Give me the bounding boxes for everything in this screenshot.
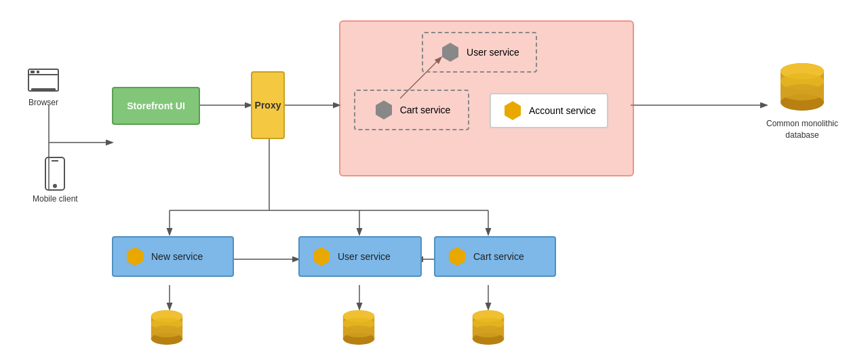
svg-rect-22 <box>37 71 39 73</box>
cart-service-bottom-node: Cart service <box>434 236 556 277</box>
new-service-label: New service <box>151 251 203 262</box>
cart-service-dashed-box: Cart service <box>354 90 469 130</box>
svg-rect-23 <box>31 88 56 91</box>
storefront-node: Storefront UI <box>112 87 200 125</box>
cart-service-db <box>471 309 506 348</box>
new-service-db <box>149 309 184 348</box>
architecture-diagram: Browser Mobile client Storefront UI Prox… <box>0 0 868 359</box>
proxy-node: Proxy <box>251 71 285 139</box>
user-service-db <box>341 309 376 348</box>
browser-icon <box>27 68 60 95</box>
main-db-node: Common monolithic database <box>766 61 838 141</box>
svg-marker-37 <box>313 247 330 266</box>
svg-rect-21 <box>31 71 35 73</box>
browser-node: Browser <box>27 68 60 107</box>
svg-point-44 <box>151 326 182 337</box>
account-service-box: Account service <box>490 93 608 128</box>
main-db-label: Common monolithic database <box>766 118 838 141</box>
user-service-bottom-node: User service <box>298 236 422 277</box>
svg-point-50 <box>343 326 374 337</box>
cart-service-bottom-label: Cart service <box>473 251 524 262</box>
new-service-hex-icon <box>124 246 146 267</box>
mobile-node: Mobile client <box>33 156 78 204</box>
svg-point-35 <box>781 84 824 100</box>
account-service-hex-icon <box>502 100 524 121</box>
user-service-top-label: User service <box>467 47 519 58</box>
svg-marker-36 <box>127 247 143 266</box>
svg-point-25 <box>53 184 57 188</box>
mobile-icon <box>44 156 66 191</box>
svg-point-56 <box>473 326 504 337</box>
cart-service-bottom-hex-icon <box>446 246 468 267</box>
user-db-icon <box>341 309 376 348</box>
cart-service-top-label: Cart service <box>400 105 451 115</box>
svg-marker-29 <box>505 101 521 120</box>
browser-label: Browser <box>28 98 58 107</box>
account-service-label: Account service <box>529 105 596 116</box>
mobile-label: Mobile client <box>33 194 78 204</box>
svg-marker-28 <box>376 100 392 119</box>
user-service-dashed-box: User service <box>422 32 537 73</box>
main-db-icon <box>778 61 826 115</box>
new-db-icon <box>149 309 184 348</box>
user-service-bottom-hex-icon <box>311 246 332 267</box>
proxy-label: Proxy <box>255 100 281 111</box>
cart-service-hex-icon <box>373 99 395 121</box>
pink-region: User service Cart service Account servic… <box>339 20 634 176</box>
cart-db-icon <box>471 309 506 348</box>
new-service-node: New service <box>112 236 234 277</box>
user-service-hex-icon <box>439 41 461 63</box>
svg-marker-38 <box>449 247 465 266</box>
storefront-label: Storefront UI <box>127 100 185 111</box>
user-service-bottom-label: User service <box>338 251 391 262</box>
svg-marker-27 <box>442 43 458 62</box>
